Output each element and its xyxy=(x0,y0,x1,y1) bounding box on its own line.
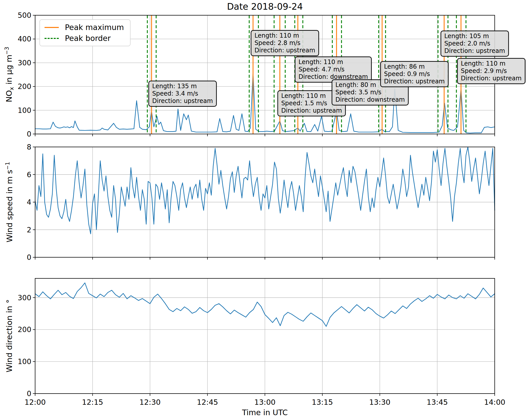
y-tick-label: 400 xyxy=(18,35,31,43)
y-tick-label: 300 xyxy=(18,59,31,67)
y-tick-label: 6 xyxy=(27,171,31,179)
x-tick-label: 12:45 xyxy=(197,398,218,407)
annotation-line: Speed: 3.4 m/s xyxy=(152,90,213,97)
panel-wind_direction: 010020030012:0012:1512:3012:4513:0013:15… xyxy=(18,278,505,407)
annotation-line: Direction: upstream xyxy=(254,47,315,54)
y-tick-label: 200 xyxy=(18,325,31,334)
x-tick-label: 13:15 xyxy=(312,398,333,407)
figure: Date 2018-09-24 010020030040050002468010… xyxy=(0,0,526,420)
y-tick-label: 2 xyxy=(27,226,31,234)
annotation-line: Direction: downstream xyxy=(335,96,405,103)
annotation-line: Length: 110 m xyxy=(254,32,315,39)
y-tick-label: 0 xyxy=(27,389,31,398)
annotation-line: Direction: upstream xyxy=(461,75,522,82)
annotation-line: Length: 105 m xyxy=(444,33,505,40)
legend: Peak maximum Peak border xyxy=(39,19,131,46)
peak-annotation: Length: 110 mSpeed: 4.7 m/sDirection: do… xyxy=(295,56,372,83)
x-tick-label: 12:30 xyxy=(139,398,161,407)
peak-border-line-sample-icon xyxy=(45,38,59,39)
y-axis-label-wind-direction: Wind direction in ° xyxy=(5,299,14,372)
y-tick-label: 0 xyxy=(27,253,31,262)
legend-label: Peak border xyxy=(65,34,111,43)
x-axis-label: Time in UTC xyxy=(35,408,495,417)
legend-label: Peak maximum xyxy=(65,23,124,32)
y-tick-label: 100 xyxy=(18,106,31,115)
annotation-line: Speed: 2.0 m/s xyxy=(444,40,505,47)
annotation-line: Length: 86 m xyxy=(384,63,445,70)
y-tick-label: 300 xyxy=(18,294,31,302)
y-axis-label-nox: NOx in µg m−3 xyxy=(4,47,15,102)
x-tick-label: 13:45 xyxy=(427,398,448,407)
legend-entry-peak-maximum: Peak maximum xyxy=(45,22,124,33)
x-tick-label: 12:15 xyxy=(82,398,103,407)
panel-wind_speed: 02468 xyxy=(27,143,495,262)
annotation-line: Speed: 0.9 m/s xyxy=(384,70,445,78)
annotation-line: Direction: upstream xyxy=(384,78,445,85)
x-tick-label: 14:00 xyxy=(484,398,505,407)
annotation-line: Speed: 2.8 m/s xyxy=(254,39,315,47)
x-tick-label: 13:30 xyxy=(369,398,391,407)
annotation-line: Direction: upstream xyxy=(281,107,342,114)
x-tick-label: 12:00 xyxy=(24,398,46,407)
annotation-line: Length: 110 m xyxy=(461,60,522,67)
y-tick-label: 100 xyxy=(18,357,31,366)
peak-maximum-line-sample-icon xyxy=(45,27,59,28)
peak-annotation: Length: 135 mSpeed: 3.4 m/sDirection: up… xyxy=(148,81,217,107)
annotation-line: Speed: 3.5 m/s xyxy=(335,89,405,96)
legend-entry-peak-border: Peak border xyxy=(45,33,124,44)
peak-annotation: Length: 86 mSpeed: 0.9 m/sDirection: ups… xyxy=(380,61,449,87)
annotation-line: Speed: 2.9 m/s xyxy=(461,67,522,75)
annotation-line: Direction: upstream xyxy=(444,47,505,55)
annotation-line: Speed: 4.7 m/s xyxy=(298,66,368,73)
y-tick-label: 200 xyxy=(18,82,31,91)
y-tick-label: 8 xyxy=(27,143,31,151)
annotation-line: Direction: upstream xyxy=(152,97,213,105)
x-tick-label: 13:00 xyxy=(254,398,276,407)
annotation-line: Length: 110 m xyxy=(298,58,368,66)
peak-annotation: Length: 110 mSpeed: 2.8 m/sDirection: up… xyxy=(251,30,319,56)
peak-annotation: Length: 105 mSpeed: 2.0 m/sDirection: up… xyxy=(440,31,509,57)
y-tick-label: 0 xyxy=(27,130,31,138)
y-axis-label-wind-speed: Wind speed in m s−1 xyxy=(4,162,14,243)
annotation-line: Length: 135 m xyxy=(152,83,213,90)
y-tick-label: 500 xyxy=(18,11,31,20)
peak-annotation: Length: 110 mSpeed: 2.9 m/sDirection: up… xyxy=(457,58,525,84)
y-tick-label: 4 xyxy=(27,198,31,206)
